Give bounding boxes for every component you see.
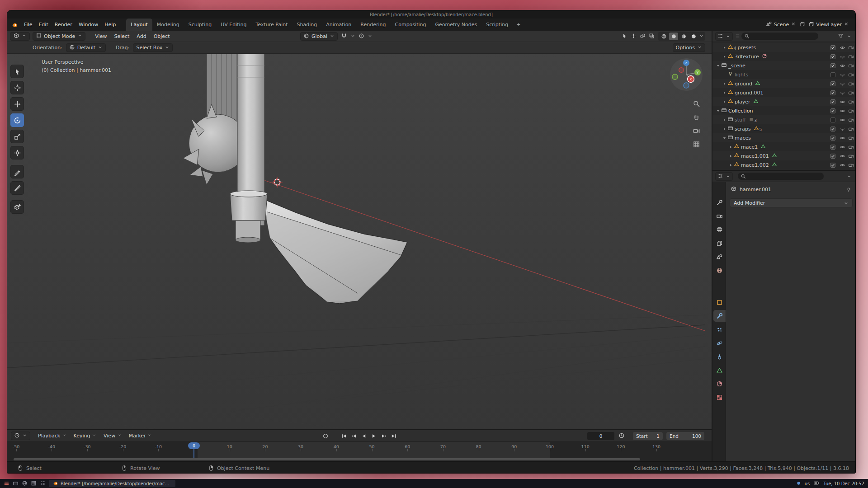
properties-tab-world[interactable]: [713, 264, 726, 276]
workspace-tab-shading[interactable]: Shading: [292, 19, 322, 31]
menu-file[interactable]: File: [21, 20, 35, 29]
outliner-search-input[interactable]: [741, 33, 818, 40]
timeline-menu-playback[interactable]: Playback: [35, 432, 70, 440]
outliner-row-3dtexture[interactable]: 3dtexture: [712, 52, 856, 61]
jump-to-start-button[interactable]: [340, 432, 349, 441]
exclude-checkbox[interactable]: [830, 145, 835, 150]
add-cube-tool[interactable]: [10, 200, 24, 214]
jump-to-end-button[interactable]: [389, 432, 398, 441]
exclude-checkbox[interactable]: [830, 81, 835, 86]
keyboard-layout-indicator[interactable]: us: [805, 481, 810, 486]
properties-tab-render[interactable]: [713, 210, 726, 222]
options-dropdown[interactable]: Options: [673, 43, 705, 52]
properties-tab-constraints[interactable]: [713, 351, 726, 362]
outliner-row-presets[interactable]: 4presets: [712, 43, 856, 52]
disable-render-camera-icon[interactable]: [848, 153, 854, 159]
expander-closed-icon[interactable]: [728, 154, 734, 159]
hide-eye-closed-icon[interactable]: [840, 72, 845, 78]
expander-open-icon[interactable]: [715, 108, 721, 113]
outliner-row-ground-001[interactable]: ground.001: [712, 88, 856, 97]
timeline-menu-view[interactable]: View: [100, 432, 125, 440]
proportional-editing-icon[interactable]: [359, 33, 364, 40]
outliner-row--scene[interactable]: _scene: [712, 61, 856, 70]
menu-edit[interactable]: Edit: [35, 20, 51, 29]
cursor-tool[interactable]: [10, 81, 24, 94]
workspace-tab-sculpting[interactable]: Sculpting: [184, 19, 216, 31]
properties-tab-output[interactable]: [713, 224, 726, 235]
chevron-down-icon[interactable]: [847, 32, 852, 41]
select-box-tool[interactable]: [10, 65, 24, 78]
display-mode-icon[interactable]: [735, 32, 741, 41]
workspace-tab-compositing[interactable]: Compositing: [391, 19, 431, 31]
workspace-tab-modeling[interactable]: Modeling: [152, 19, 184, 31]
add-workspace-button[interactable]: +: [513, 19, 524, 31]
disable-render-camera-icon[interactable]: [848, 144, 854, 150]
exclude-checkbox[interactable]: [830, 54, 835, 59]
shading-solid-icon[interactable]: [669, 33, 678, 40]
gizmos-toggle-icon[interactable]: [631, 33, 637, 40]
playhead-line[interactable]: [193, 448, 194, 458]
viewport-menu-view[interactable]: View: [92, 32, 110, 41]
hide-eye-closed-icon[interactable]: [840, 54, 845, 60]
tray-app-icon[interactable]: [796, 481, 801, 487]
browser-icon[interactable]: [22, 480, 28, 487]
timeline-scrollbar[interactable]: [14, 458, 640, 460]
properties-tab-view-layer[interactable]: [713, 237, 726, 249]
properties-search-input[interactable]: [738, 173, 824, 180]
timeline-ruler[interactable]: -50-40-30-20-100102030405060708090100110…: [7, 442, 712, 458]
scene-selector[interactable]: Scene: [764, 20, 798, 29]
menu-help[interactable]: Help: [101, 20, 119, 29]
pin-icon[interactable]: [846, 186, 852, 195]
disable-render-camera-icon[interactable]: [848, 63, 854, 69]
expander-open-icon[interactable]: [722, 136, 727, 141]
zoom-icon[interactable]: [693, 100, 700, 109]
rotate-tool[interactable]: [10, 113, 24, 127]
workspace-tab-layout[interactable]: Layout: [126, 19, 152, 31]
chevron-down-icon[interactable]: [368, 33, 373, 40]
scale-tool[interactable]: [10, 130, 24, 143]
move-tool[interactable]: [10, 97, 24, 111]
chevron-down-icon[interactable]: [350, 33, 355, 40]
shading-dropdown-icon[interactable]: [699, 33, 704, 40]
menu-window[interactable]: Window: [75, 20, 101, 29]
camera-view-icon[interactable]: [693, 127, 700, 136]
exclude-checkbox[interactable]: [830, 127, 835, 131]
transform-tool[interactable]: [10, 146, 24, 160]
hide-eye-open-icon[interactable]: [840, 45, 845, 51]
hide-eye-open-icon[interactable]: [840, 117, 845, 123]
shading-wireframe-icon[interactable]: [659, 33, 668, 40]
expander-closed-icon[interactable]: [722, 81, 727, 86]
disable-render-camera-icon[interactable]: [848, 162, 854, 168]
shading-material-icon[interactable]: [679, 33, 688, 40]
orthographic-toggle-icon[interactable]: [693, 141, 700, 150]
menu-render[interactable]: Render: [52, 20, 75, 29]
workspace-tab-scripting[interactable]: Scripting: [481, 19, 513, 31]
file-manager-icon[interactable]: [13, 480, 19, 487]
playhead-frame-badge[interactable]: 0: [188, 442, 200, 449]
orientation-setting-dropdown[interactable]: Default: [66, 43, 106, 52]
timeline-menu-keying[interactable]: Keying: [71, 432, 99, 440]
disable-render-camera-icon[interactable]: [848, 126, 854, 132]
xray-toggle-icon[interactable]: [649, 33, 655, 40]
properties-tab-modifiers[interactable]: [713, 310, 726, 322]
prev-keyframe-button[interactable]: [349, 432, 359, 441]
viewport-menu-object[interactable]: Object: [151, 32, 173, 41]
hide-eye-open-icon[interactable]: [840, 63, 845, 69]
overlays-toggle-icon[interactable]: [640, 33, 646, 40]
chevron-down-icon[interactable]: [847, 172, 852, 181]
shading-rendered-icon[interactable]: [689, 33, 698, 40]
exclude-checkbox[interactable]: [830, 63, 835, 68]
mode-dropdown[interactable]: Object Mode: [33, 32, 85, 41]
disable-render-camera-icon[interactable]: [848, 81, 854, 87]
properties-tab-object[interactable]: [713, 296, 726, 308]
expander-closed-icon[interactable]: [722, 127, 727, 131]
drag-setting-dropdown[interactable]: Select Box: [133, 43, 173, 52]
workspace-tab-rendering[interactable]: Rendering: [356, 19, 390, 31]
hide-eye-open-icon[interactable]: [840, 108, 845, 114]
outliner-row-ground[interactable]: ground: [712, 79, 856, 88]
outliner-row-maces[interactable]: maces: [712, 133, 856, 142]
new-scene-icon[interactable]: [799, 21, 805, 28]
stopwatch-icon[interactable]: [618, 432, 625, 440]
filter-icon[interactable]: [838, 32, 844, 41]
workspace-tab-geometry-nodes[interactable]: Geometry Nodes: [430, 19, 481, 31]
